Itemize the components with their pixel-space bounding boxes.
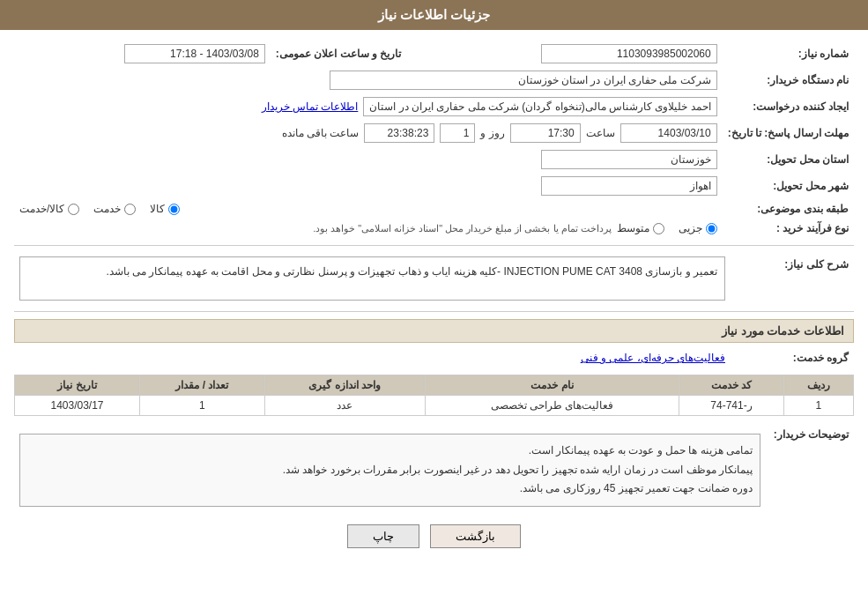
reply-remaining-label: ساعت باقی مانده (282, 127, 360, 139)
need-number-label: شماره نیاز: (723, 41, 854, 67)
table-row: 1 ر-741-74 فعالیت‌های طراحی تخصصی عدد 1 … (15, 396, 854, 416)
col-row: ردیف (783, 375, 853, 396)
divider-2 (14, 311, 854, 312)
purchase-radio-group: متوسط جزیی (617, 222, 717, 234)
divider-1 (14, 245, 854, 246)
category-radio-kala-input[interactable] (168, 204, 180, 215)
cell-code: ر-741-74 (679, 396, 784, 416)
reply-days-label: روز و (480, 127, 504, 139)
reply-time-value: 17:30 (510, 123, 581, 143)
need-number-cell: 1103093985002060 (406, 41, 722, 67)
city-cell: اهواز (14, 173, 723, 199)
col-name: نام خدمت (425, 375, 679, 396)
col-unit: واحد اندازه گیری (264, 375, 425, 396)
buyer-notes-cell: تمامی هزینه ها حمل و عودت به عهده پیمانک… (14, 423, 766, 510)
category-radio-kala-khadamat[interactable]: کالا/خدمت (19, 203, 79, 215)
service-group-table: گروه خدمت: فعالیت‌های حرفه‌ای، علمی و فن… (14, 348, 854, 368)
col-date: تاریخ نیاز (15, 375, 140, 396)
category-radio-group: کالا/خدمت خدمت کالا (19, 203, 717, 215)
page-container: جزئیات اطلاعات نیاز شماره نیاز: 11030939… (0, 0, 868, 609)
reply-days-value: 1 (440, 123, 475, 143)
category-label-kala: کالا (150, 203, 165, 215)
cell-date: 1403/03/17 (15, 396, 140, 416)
reply-deadline-row: 1403/03/10 ساعت 17:30 روز و 1 23:38:23 س… (19, 123, 717, 143)
page-header: جزئیات اطلاعات نیاز (0, 0, 868, 30)
cell-quantity: 1 (139, 396, 264, 416)
purchase-type-row: متوسط جزیی پرداخت تمام یا بخشی از مبلغ خ… (19, 222, 717, 234)
creator-label: ایجاد کننده درخواست: (723, 93, 854, 120)
buyer-notes-label: توضیحات خریدار: (766, 423, 854, 510)
category-label-khadamat: خدمت (93, 203, 121, 215)
col-code: کد خدمت (679, 375, 784, 396)
purchase-radio-jozi[interactable]: جزیی (679, 222, 717, 234)
purchase-radio-motavaset-input[interactable] (653, 223, 664, 234)
province-label: استان محل تحویل: (723, 146, 854, 173)
creator-cell: احمد خلیلاوی کارشناس مالی(تنخواه گردان) … (14, 93, 723, 120)
city-label: شهر محل تحویل: (723, 173, 854, 199)
creator-value: احمد خلیلاوی کارشناس مالی(تنخواه گردان) … (363, 97, 716, 116)
province-value: خوزستان (541, 150, 717, 169)
cell-name: فعالیت‌های طراحی تخصصی (425, 396, 679, 416)
category-cell: کالا/خدمت خدمت کالا (14, 199, 723, 219)
public-announce-cell: 1403/03/08 - 17:18 (14, 41, 271, 67)
category-label-kala-khadamat: کالا/خدمت (19, 203, 64, 215)
services-section-title: اطلاعات خدمات مورد نیاز (14, 319, 854, 343)
buyer-name-label: نام دستگاه خریدار: (723, 67, 854, 93)
buyer-notes-table: توضیحات خریدار: تمامی هزینه ها حمل و عود… (14, 423, 854, 510)
reply-date-value: 1403/03/10 (620, 123, 717, 143)
purchase-label-jozi: جزیی (679, 222, 702, 234)
category-radio-khadamat-input[interactable] (124, 204, 136, 215)
service-group-value[interactable]: فعالیت‌های حرفه‌ای، علمی و فنی (581, 352, 725, 364)
content-area: شماره نیاز: 1103093985002060 تاریخ و ساع… (0, 30, 868, 559)
reply-deadline-label: مهلت ارسال پاسخ: تا تاریخ: (723, 120, 854, 146)
need-number-value: 1103093985002060 (541, 44, 717, 63)
services-table: ردیف کد خدمت نام خدمت واحد اندازه گیری ت… (14, 375, 854, 416)
info-table: شماره نیاز: 1103093985002060 تاریخ و ساع… (14, 41, 854, 238)
description-cell: تعمیر و بازسازی INJECTION PUME CAT 3408 … (14, 253, 731, 304)
category-radio-kala-khadamat-input[interactable] (68, 204, 79, 215)
service-group-cell: فعالیت‌های حرفه‌ای، علمی و فنی (14, 348, 731, 368)
purchase-note: پرداخت تمام یا بخشی از مبلغ خریدار محل "… (313, 223, 612, 234)
cell-unit: عدد (264, 396, 425, 416)
creator-row: احمد خلیلاوی کارشناس مالی(تنخواه گردان) … (19, 97, 717, 116)
purchase-type-label: نوع فرآیند خرید : (723, 219, 854, 238)
public-announce-value: 1403/03/08 - 17:18 (124, 44, 265, 63)
back-button[interactable]: بازگشت (430, 524, 521, 548)
print-button[interactable]: چاپ (347, 524, 419, 548)
col-qty: تعداد / مقدار (139, 375, 264, 396)
purchase-label-motavaset: متوسط (617, 222, 649, 234)
category-label: طبقه بندی موضوعی: (723, 199, 854, 219)
reply-remaining-value: 23:38:23 (364, 123, 434, 143)
province-cell: خوزستان (14, 146, 723, 173)
purchase-radio-jozi-input[interactable] (706, 223, 717, 234)
purchase-radio-motavaset[interactable]: متوسط (617, 222, 664, 234)
service-group-label: گروه خدمت: (731, 348, 854, 368)
buyer-name-cell: شرکت ملی حفاری ایران در استان خوزستان (14, 67, 723, 93)
city-value: اهواز (541, 176, 717, 196)
reply-deadline-cell: 1403/03/10 ساعت 17:30 روز و 1 23:38:23 س… (14, 120, 723, 146)
page-title: جزئیات اطلاعات نیاز (378, 7, 490, 22)
description-table: شرح کلی نیاز: تعمیر و بازسازی INJECTION … (14, 253, 854, 304)
buyer-notes-value: تمامی هزینه ها حمل و عودت به عهده پیمانک… (19, 434, 760, 507)
cell-row: 1 (783, 396, 853, 416)
category-radio-khadamat[interactable]: خدمت (93, 203, 136, 215)
category-radio-kala[interactable]: کالا (150, 203, 180, 215)
description-value: تعمیر و بازسازی INJECTION PUME CAT 3408 … (19, 256, 725, 301)
creator-link[interactable]: اطلاعات تماس خریدار (262, 100, 359, 113)
description-label: شرح کلی نیاز: (731, 253, 854, 304)
reply-time-label: ساعت (586, 127, 615, 139)
purchase-type-cell: متوسط جزیی پرداخت تمام یا بخشی از مبلغ خ… (14, 219, 723, 238)
public-announce-label: تاریخ و ساعت اعلان عمومی: (271, 41, 406, 67)
buyer-name-value: شرکت ملی حفاری ایران در استان خوزستان (330, 71, 717, 90)
button-row: بازگشت چاپ (14, 524, 854, 548)
